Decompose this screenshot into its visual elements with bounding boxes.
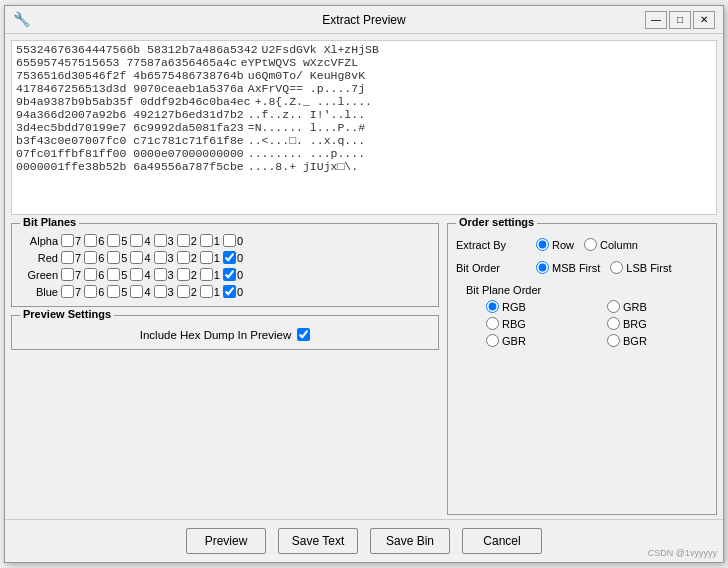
hex-data-row: 7536516d30546f2f 4b6575486738764bu6Qm0To… (16, 69, 712, 82)
bit-checkbox-group: 3 (154, 285, 174, 298)
bit-4-checkbox[interactable] (130, 251, 143, 264)
bit-0-checkbox[interactable] (223, 268, 236, 281)
hex-offset: 7536516d30546f2f 4b6575486738764b (16, 69, 244, 82)
bit-4-checkbox[interactable] (130, 285, 143, 298)
bpo-radio-bgr[interactable] (607, 334, 620, 347)
bit-plane-order-section: Bit Plane Order RGBGRBRBGBRGGBRBGR (456, 284, 708, 347)
bit-planes-group: Bit Planes Alpha76543210Red76543210Green… (11, 223, 439, 307)
bit-5-checkbox[interactable] (107, 251, 120, 264)
bit-label: 3 (168, 252, 174, 264)
hex-ascii: +.8{.Z._ ...l.... (255, 95, 372, 108)
bit-checkbox-group: 4 (130, 234, 150, 247)
bit-4-checkbox[interactable] (130, 268, 143, 281)
bit-6-checkbox[interactable] (84, 268, 97, 281)
bottom-bar: Preview Save Text Save Bin Cancel CSDN @… (5, 519, 723, 562)
hex-data-row: 3d4ec5bdd70199e7 6c9992da5081fa23=N.....… (16, 121, 712, 134)
lsb-first-label: LSB First (626, 262, 671, 274)
bit-3-checkbox[interactable] (154, 268, 167, 281)
hex-ascii: eYPtWQVS wXzcVFZL (241, 56, 358, 69)
hex-offset: 4178467256513d3d 9070ceaeb1a5376a (16, 82, 244, 95)
bit-checkbox-group: 2 (177, 285, 197, 298)
bit-label: 7 (75, 269, 81, 281)
channel-row: Red76543210 (20, 251, 430, 264)
bit-label: 2 (191, 286, 197, 298)
bit-1-checkbox[interactable] (200, 268, 213, 281)
bit-checkbox-group: 5 (107, 251, 127, 264)
preview-settings-group: Preview Settings Include Hex Dump In Pre… (11, 315, 439, 350)
bit-2-checkbox[interactable] (177, 234, 190, 247)
minimize-button[interactable]: — (645, 11, 667, 29)
bpo-option-rgb: RGB (486, 300, 587, 313)
bit-label: 5 (121, 235, 127, 247)
bit-label: 6 (98, 235, 104, 247)
bpo-label-bgr: BGR (623, 335, 647, 347)
content-area: 55324676364447566b 58312b7a486a5342U2Fsd… (5, 34, 723, 562)
bit-checkbox-group: 0 (223, 251, 243, 264)
extract-by-column-option: Column (584, 238, 638, 251)
bit-label: 0 (237, 286, 243, 298)
bit-4-checkbox[interactable] (130, 234, 143, 247)
order-section: Extract By Row Column (456, 238, 708, 347)
bit-5-checkbox[interactable] (107, 234, 120, 247)
extract-by-column-radio[interactable] (584, 238, 597, 251)
msb-first-radio[interactable] (536, 261, 549, 274)
save-text-button[interactable]: Save Text (278, 528, 358, 554)
extract-by-row-radio[interactable] (536, 238, 549, 251)
bit-6-checkbox[interactable] (84, 285, 97, 298)
bit-label: 6 (98, 269, 104, 281)
bit-5-checkbox[interactable] (107, 285, 120, 298)
main-window: 🔧 Extract Preview — □ ✕ 5532467636444756… (4, 5, 724, 563)
bit-plane-order-title: Bit Plane Order (456, 284, 708, 296)
bit-5-checkbox[interactable] (107, 268, 120, 281)
bit-1-checkbox[interactable] (200, 234, 213, 247)
channel-row: Alpha76543210 (20, 234, 430, 247)
bpo-radio-rgb[interactable] (486, 300, 499, 313)
hex-ascii: =N...... l...P..# (248, 121, 365, 134)
bpo-option-rbg: RBG (486, 317, 587, 330)
hex-dump-checkbox[interactable] (297, 328, 310, 341)
bit-7-checkbox[interactable] (61, 268, 74, 281)
bit-0-checkbox[interactable] (223, 285, 236, 298)
bit-checkbox-group: 5 (107, 285, 127, 298)
bit-3-checkbox[interactable] (154, 285, 167, 298)
bpo-radio-rbg[interactable] (486, 317, 499, 330)
bpo-radio-brg[interactable] (607, 317, 620, 330)
bit-3-checkbox[interactable] (154, 251, 167, 264)
bit-2-checkbox[interactable] (177, 285, 190, 298)
hex-ascii: ..f..z.. I!'..l.. (248, 108, 365, 121)
save-bin-button[interactable]: Save Bin (370, 528, 450, 554)
preview-button[interactable]: Preview (186, 528, 266, 554)
bit-7-checkbox[interactable] (61, 234, 74, 247)
hex-preview-area[interactable]: 55324676364447566b 58312b7a486a5342U2Fsd… (11, 40, 717, 215)
bit-label: 0 (237, 252, 243, 264)
bit-6-checkbox[interactable] (84, 234, 97, 247)
bit-0-checkbox[interactable] (223, 234, 236, 247)
bit-2-checkbox[interactable] (177, 251, 190, 264)
bit-7-checkbox[interactable] (61, 285, 74, 298)
bit-label: 7 (75, 252, 81, 264)
bit-2-checkbox[interactable] (177, 268, 190, 281)
bit-checkbox-group: 3 (154, 234, 174, 247)
bit-0-checkbox[interactable] (223, 251, 236, 264)
bit-7-checkbox[interactable] (61, 251, 74, 264)
bit-1-checkbox[interactable] (200, 285, 213, 298)
bpo-option-gbr: GBR (486, 334, 587, 347)
bpo-radio-grb[interactable] (607, 300, 620, 313)
hex-data-row: 07fc01ffbf81ff00 0000e07000000000.......… (16, 147, 712, 160)
bit-label: 4 (144, 252, 150, 264)
bit-1-checkbox[interactable] (200, 251, 213, 264)
hex-dump-label: Include Hex Dump In Preview (140, 329, 291, 341)
lsb-first-radio[interactable] (610, 261, 623, 274)
preview-settings-inner: Include Hex Dump In Preview (20, 328, 430, 341)
bpo-option-bgr: BGR (607, 334, 708, 347)
cancel-button[interactable]: Cancel (462, 528, 542, 554)
close-button[interactable]: ✕ (693, 11, 715, 29)
maximize-button[interactable]: □ (669, 11, 691, 29)
bit-label: 6 (98, 286, 104, 298)
bpo-radio-gbr[interactable] (486, 334, 499, 347)
extract-by-row-option: Row (536, 238, 574, 251)
bit-checkbox-group: 1 (200, 234, 220, 247)
bit-6-checkbox[interactable] (84, 251, 97, 264)
bit-3-checkbox[interactable] (154, 234, 167, 247)
hex-offset: 9b4a9387b9b5ab35f 0ddf92b46c0ba4ec (16, 95, 251, 108)
